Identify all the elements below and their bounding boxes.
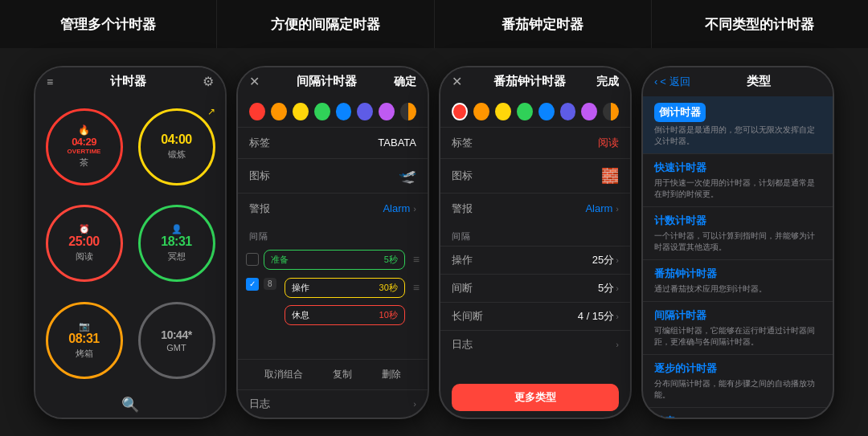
phone2-log-row[interactable]: 日志 › bbox=[238, 389, 428, 418]
type-item-4-desc: 通过番茄技术应用您到计时器。 bbox=[654, 283, 821, 295]
phone4-back-button[interactable]: ‹ < 返回 bbox=[654, 75, 690, 89]
color-dot-yellow[interactable] bbox=[293, 103, 309, 120]
type-item-countdown[interactable]: 倒计时器 倒计时器是最通用的，您可以无限次发挥自定义计时器。 bbox=[643, 96, 833, 154]
color3-dot-yellow[interactable] bbox=[495, 103, 511, 120]
color3-dot-purple[interactable] bbox=[560, 103, 576, 120]
gear-icon[interactable]: ⚙ bbox=[203, 74, 214, 89]
timer-2-badge: ↗ bbox=[207, 106, 215, 117]
op-chevron-icon: › bbox=[616, 255, 619, 265]
timer-3-label: 阅读 bbox=[76, 251, 93, 263]
timer-1-label: 茶 bbox=[80, 157, 88, 169]
interval-repeat-badge: 8 bbox=[264, 278, 276, 290]
interval-1-checkbox[interactable] bbox=[246, 253, 259, 266]
color3-dot-orange[interactable] bbox=[473, 103, 489, 120]
timer-1-circle[interactable]: 🔥 04:29 OVERTIME 茶 bbox=[46, 108, 123, 185]
phone2-row-alarm[interactable]: 警报 Alarm › bbox=[238, 193, 428, 224]
color3-dot-pie[interactable] bbox=[603, 103, 619, 120]
phone4-topbar: ‹ < 返回 类型 bbox=[643, 67, 833, 96]
header-3-label: 番茄钟定时器 bbox=[502, 15, 583, 34]
type-item-2-desc: 用于快速一次使用的计时器，计划都是通常是在时到的时候更。 bbox=[654, 177, 821, 200]
color-dot-pie[interactable] bbox=[400, 103, 416, 120]
type-item-quick[interactable]: 快速计时器 用于快速一次使用的计时器，计划都是通常是在时到的时候更。 bbox=[643, 154, 833, 207]
header-row: 管理多个计时器 方便的间隔定时器 番茄钟定时器 不同类型的计时器 bbox=[0, 0, 868, 48]
type-item-stopwatch[interactable]: 秒表 有利用间隔时间分段/定义，您大人也以通过多个时间段。 bbox=[643, 408, 833, 418]
log-chevron-icon: › bbox=[413, 399, 416, 409]
more-types-button[interactable]: 更多类型 bbox=[452, 384, 619, 411]
timer-5-time: 08:31 bbox=[68, 332, 99, 346]
timer-4-label: 冥想 bbox=[168, 251, 186, 263]
color-dot-green[interactable] bbox=[314, 103, 330, 120]
timer-3-time: 25:00 bbox=[68, 234, 99, 249]
timer-4-cell[interactable]: 👤 18:31 冥想 bbox=[133, 198, 220, 290]
timer-6-time: 10:44* bbox=[161, 328, 191, 341]
type-item-interval[interactable]: 间隔计时器 可编组计时器，它能够在运行时通过计时器间距，更准确与各间隔计时器。 bbox=[643, 302, 833, 355]
phone4-list: 倒计时器 倒计时器是最通用的，您可以无限次发挥自定义计时器。 快速计时器 用于快… bbox=[643, 96, 833, 418]
phone2-interval-1: 准备 5秒 ≡ bbox=[238, 246, 428, 274]
timer-5-circle[interactable]: 📷 08:31 烤箱 bbox=[46, 302, 123, 379]
copy-button[interactable]: 复制 bbox=[333, 368, 352, 381]
delete-button[interactable]: 删除 bbox=[382, 368, 401, 381]
color-dot-violet[interactable] bbox=[379, 103, 395, 120]
type-item-2-title: 快速计时器 bbox=[654, 161, 821, 175]
search-icon[interactable]: 🔍 bbox=[121, 396, 139, 414]
interval-1-drag-icon[interactable]: ≡ bbox=[413, 253, 420, 266]
timer-3-circle[interactable]: ⏰ 25:00 阅读 bbox=[46, 205, 123, 282]
color-dot-red[interactable] bbox=[249, 103, 265, 120]
phone3-topbar: ✕ 番茄钟计时器 完成 bbox=[440, 67, 630, 96]
color3-dot-violet[interactable] bbox=[581, 103, 597, 120]
phone-4: ‹ < 返回 类型 倒计时器 倒计时器是最通用的，您可以无限次发挥自定义计时器。… bbox=[641, 66, 834, 419]
phone3-close-button[interactable]: ✕ bbox=[452, 74, 462, 89]
phone2-confirm-button[interactable]: 确定 bbox=[394, 75, 416, 89]
color3-dot-blue[interactable] bbox=[538, 103, 555, 120]
phone3-break-row[interactable]: 间断 5分 › bbox=[440, 274, 630, 302]
timer-5-cell[interactable]: 📷 08:31 烤箱 bbox=[40, 295, 128, 387]
interval-group-checkbox[interactable]: ✓ bbox=[246, 278, 259, 291]
cancel-group-button[interactable]: 取消组合 bbox=[264, 368, 303, 381]
phone3-done-button[interactable]: 完成 bbox=[596, 75, 619, 89]
phone2-close-button[interactable]: ✕ bbox=[249, 74, 260, 89]
timer-6-circle[interactable]: 10:44* GMT bbox=[138, 302, 215, 379]
timer-3-cell[interactable]: ⏰ 25:00 阅读 bbox=[40, 198, 128, 290]
timer-1-time: 04:29 bbox=[72, 136, 96, 148]
phone4-title: 类型 bbox=[697, 74, 821, 89]
color3-dot-green[interactable] bbox=[517, 103, 533, 120]
timer-1-cell[interactable]: 🔥 04:29 OVERTIME 茶 bbox=[40, 101, 128, 194]
color-dot-purple[interactable] bbox=[357, 103, 373, 120]
menu-icon[interactable]: ≡ bbox=[47, 75, 53, 88]
type-item-step[interactable]: 逐步的计时器 分布间隔计时器，能有步骤之间的自动播放功能。 bbox=[643, 355, 833, 408]
type-item-pomodoro[interactable]: 番茄钟计时器 通过番茄技术应用您到计时器。 bbox=[643, 260, 833, 302]
timer-4-time: 18:31 bbox=[161, 234, 191, 249]
phone3-log-chevron-icon: › bbox=[616, 340, 619, 349]
timer-6-cell[interactable]: 10:44* GMT bbox=[133, 295, 220, 387]
phone2-color-dots bbox=[238, 96, 428, 127]
timer-2-circle[interactable]: 04:00 锻炼 bbox=[138, 108, 215, 185]
phone-1: ≡ 计时器 ⚙ 🔥 04:29 OVERTIME 茶 bbox=[34, 66, 227, 419]
type-item-3-title: 计数计时器 bbox=[654, 214, 821, 228]
phone3-log-row[interactable]: 日志 › bbox=[440, 330, 630, 358]
interval-group-drag-icon[interactable]: ≡ bbox=[413, 281, 420, 294]
color-dot-orange[interactable] bbox=[271, 103, 287, 120]
timer-5-label: 烤箱 bbox=[76, 348, 93, 360]
phone3-row-alarm[interactable]: 警报 Alarm › bbox=[440, 193, 630, 224]
timer-4-circle[interactable]: 👤 18:31 冥想 bbox=[138, 205, 215, 282]
phones-row: ≡ 计时器 ⚙ 🔥 04:29 OVERTIME 茶 bbox=[0, 48, 868, 436]
timer-6-label: GMT bbox=[166, 343, 186, 352]
type-item-count[interactable]: 计数计时器 一个计时器，可以计算到指时间，并能够为计时器设置其他选项。 bbox=[643, 207, 833, 260]
phone-3: ✕ 番茄钟计时器 完成 标签 阅读 图标 🧱 bbox=[439, 66, 632, 419]
header-4: 不同类型的计时器 bbox=[652, 0, 868, 48]
phone2-interval-group: ✓ 8 操作 30秒 休息 10秒 ≡ bbox=[238, 274, 428, 329]
phone3-longbreak-row[interactable]: 长间断 4 / 15分 › bbox=[440, 302, 630, 330]
phone2-title: 间隔计时器 bbox=[297, 74, 357, 89]
phone1-grid: 🔥 04:29 OVERTIME 茶 04:00 锻炼 ↗ bbox=[35, 96, 225, 392]
phone-2: ✕ 间隔计时器 确定 标签 TABATA 图标 bbox=[236, 66, 429, 419]
color-dot-blue[interactable] bbox=[336, 103, 352, 120]
timer-2-cell[interactable]: 04:00 锻炼 ↗ bbox=[133, 101, 220, 194]
type-item-1-title: 倒计时器 bbox=[654, 103, 706, 122]
phone2-icon-value: 🛫 bbox=[399, 167, 416, 185]
color3-dot-red[interactable] bbox=[452, 103, 468, 120]
phone2-actions: 取消组合 复制 删除 bbox=[238, 359, 428, 389]
type-item-6-title: 逐步的计时器 bbox=[654, 361, 821, 376]
phone1-title: 计时器 bbox=[110, 74, 146, 89]
phone3-operation-row[interactable]: 操作 25分 › bbox=[440, 246, 630, 274]
phone3-row-icon: 图标 🧱 bbox=[440, 158, 630, 193]
